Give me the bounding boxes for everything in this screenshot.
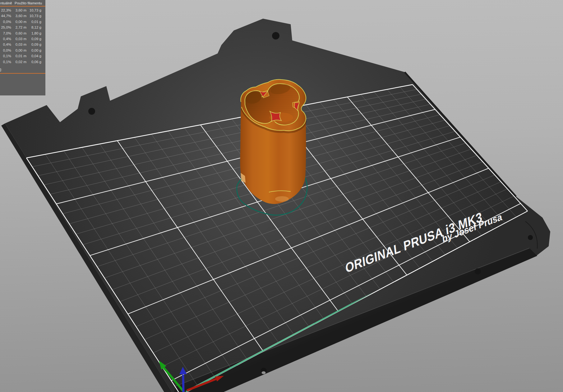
legend-cell-wt: 10,73 g <box>28 7 41 13</box>
print-bed <box>1 19 550 392</box>
legend-cell-wt: 8,12 g <box>28 25 41 30</box>
legend-cell-len: 0,00 m <box>12 19 26 25</box>
legend-cell-wt: 0,00 g <box>28 48 41 53</box>
legend-cell-pct: 0,1% <box>0 53 11 59</box>
legend-row: 0,0%0,00 m0,01 g <box>0 19 45 25</box>
front-screw-hole-right <box>475 268 481 274</box>
legend-cell-pct: 7,0% <box>0 30 11 36</box>
legend-cell-len: 0,02 m <box>12 59 26 65</box>
legend-cell-wt: 0,09 g <box>28 36 41 42</box>
legend-cell-len: 0,03 m <box>12 36 26 42</box>
legend-cell-wt: 0,06 g <box>28 59 41 65</box>
legend-cell-len: 2,72 m <box>12 25 26 30</box>
legend-cell-pct: 0,0% <box>0 48 11 53</box>
legend-row: 0,4%0,03 m0,09 g <box>0 36 45 42</box>
legend-row: 7,0%0,60 m1,80 g <box>0 30 45 36</box>
legend-cell-pct: 25,0% <box>0 25 11 30</box>
rear-tab-hole-right <box>272 32 279 39</box>
legend-row: 0,1%0,02 m0,06 g <box>0 59 45 65</box>
filament-usage-panel: ntuálně Použito filamentu 22,3%3,60 m10,… <box>0 0 45 95</box>
legend-header-col2: Použito filamentu <box>15 0 42 6</box>
legend-cell-pct: 0,0% <box>0 19 11 25</box>
legend-cell-wt: 0,04 g <box>28 53 41 59</box>
legend-footer-label: ]: <box>0 67 45 73</box>
legend-cell-wt: 0,01 g <box>28 19 41 25</box>
legend-cell-pct: 22,3% <box>0 7 11 13</box>
front-screw-hole-light <box>262 371 266 374</box>
legend-cell-len: 0,00 m <box>12 48 26 53</box>
3d-viewport[interactable]: ORIGINAL PRUSA i3 MK3 by Josef Prusa <box>0 0 563 392</box>
legend-header: ntuálně Použito filamentu <box>0 0 45 7</box>
legend-row: 0,1%0,01 m0,04 g <box>0 53 45 59</box>
legend-row: 0,4%0,03 m0,09 g <box>0 42 45 47</box>
legend-cell-len: 0,01 m <box>12 53 26 59</box>
legend-cell-pct: 0,4% <box>0 42 11 47</box>
legend-cell-len: 0,03 m <box>12 42 26 47</box>
legend-cell-wt: 1,80 g <box>28 30 41 36</box>
legend-cell-pct: 0,1% <box>0 59 11 65</box>
legend-cell-pct: 0,4% <box>0 36 11 42</box>
legend-cell-len: 3,60 m <box>12 7 26 13</box>
rear-tab-hole-left <box>88 108 95 115</box>
legend-row: 25,0%2,72 m8,12 g <box>0 25 45 30</box>
legend-row: 0,0%0,00 m0,00 g <box>0 48 45 53</box>
legend-cell-len: 0,60 m <box>12 30 26 36</box>
corner-screw-hole <box>528 235 533 240</box>
legend-cell-pct: 44,7% <box>0 13 11 19</box>
legend-cell-len: 3,60 m <box>12 13 26 19</box>
legend-rows: 22,3%3,60 m10,73 g44,7%3,60 m10,73 g0,0%… <box>0 7 45 65</box>
legend-cell-wt: 0,09 g <box>28 42 41 47</box>
base-light-patch <box>275 196 289 202</box>
legend-divider <box>0 73 45 74</box>
legend-header-col1: ntuálně <box>0 0 12 6</box>
legend-row: 44,7%3,60 m10,73 g <box>0 13 45 19</box>
legend-row: 22,3%3,60 m10,73 g <box>0 7 45 13</box>
legend-cell-wt: 10,73 g <box>28 13 41 19</box>
bed-slab <box>5 19 550 392</box>
slicer-3d-preview: { "legend": { "header_col1": "ntuálně", … <box>0 0 563 392</box>
